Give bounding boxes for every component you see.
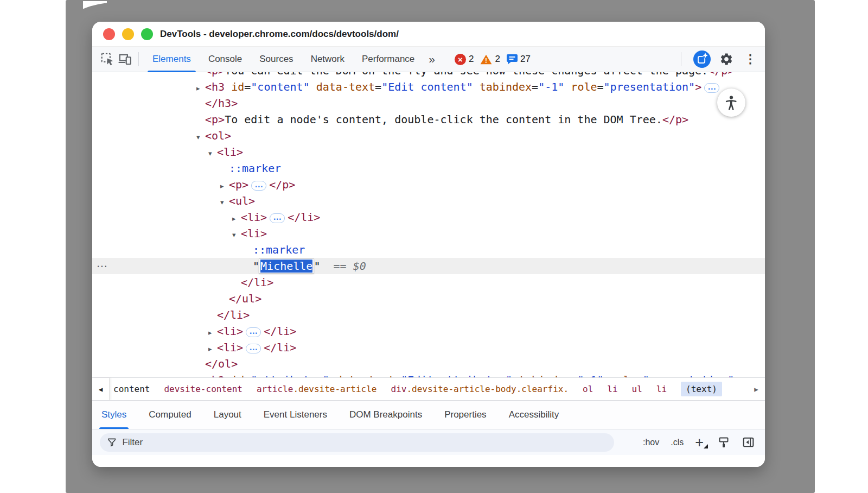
toolbar-divider bbox=[681, 52, 681, 66]
expand-arrow-icon[interactable]: ▸ bbox=[220, 178, 229, 194]
device-toolbar-icon bbox=[118, 52, 132, 66]
expand-arrow-icon[interactable]: ▸ bbox=[208, 325, 217, 341]
breadcrumb-item[interactable]: li bbox=[607, 384, 617, 394]
sidebar-tab-dom-breakpoints[interactable]: DOM Breakpoints bbox=[348, 401, 423, 429]
breadcrumb-item[interactable]: ol bbox=[583, 384, 593, 394]
dom-node-row[interactable]: </ul> bbox=[92, 290, 765, 307]
message-count: 27 bbox=[520, 54, 531, 65]
tab-network[interactable]: Network bbox=[302, 47, 353, 72]
dom-node-row[interactable]: ▸<li>…</li> bbox=[92, 209, 765, 225]
zoom-window-button[interactable] bbox=[141, 28, 153, 40]
dom-node-row[interactable]: </li> bbox=[92, 274, 765, 290]
kebab-menu-button[interactable]: ⋮ bbox=[742, 52, 758, 66]
device-toolbar-button[interactable] bbox=[116, 50, 133, 68]
breadcrumb-item[interactable]: ul bbox=[632, 384, 642, 394]
breadcrumb: contentdevsite-contentarticle.devsite-ar… bbox=[110, 382, 748, 396]
screenshot-stage: DevTools - developer.chrome.com/docs/dev… bbox=[0, 0, 868, 493]
messages-badge[interactable]: 27 bbox=[507, 54, 531, 65]
breadcrumb-bar: ◂ contentdevsite-contentarticle.devsite-… bbox=[92, 377, 765, 400]
console-badges: × 2 ! 2 bbox=[455, 54, 537, 65]
expand-arrow-icon[interactable]: ▸ bbox=[208, 341, 217, 357]
tab-sources[interactable]: Sources bbox=[251, 47, 302, 72]
expand-ellipsis-button[interactable]: … bbox=[251, 181, 266, 191]
sidebar-tab-accessibility[interactable]: Accessibility bbox=[508, 401, 560, 429]
sidebar-tab-event-listeners[interactable]: Event Listeners bbox=[263, 401, 328, 429]
warnings-badge[interactable]: ! 2 bbox=[480, 54, 500, 65]
dom-node-row[interactable]: ⋯"Michelle" == $0 bbox=[92, 258, 765, 274]
sidebar-tab-properties[interactable]: Properties bbox=[443, 401, 487, 429]
expand-arrow-icon[interactable]: ▸ bbox=[196, 80, 205, 97]
sidebar-tab-styles[interactable]: Styles bbox=[100, 401, 127, 429]
expand-ellipsis-button[interactable]: … bbox=[246, 344, 261, 353]
sidebar-tab-computed[interactable]: Computed bbox=[148, 401, 192, 429]
dom-node-row[interactable]: <p>You can edit the DOM on the fly and s… bbox=[92, 72, 765, 79]
sidebar-tab-layout[interactable]: Layout bbox=[213, 401, 242, 429]
inspect-element-button[interactable] bbox=[99, 50, 116, 68]
dom-node-row[interactable]: ▸<p>…</p> bbox=[92, 176, 765, 193]
toolbar-divider bbox=[138, 52, 139, 66]
minimize-window-button[interactable] bbox=[122, 28, 134, 40]
breadcrumb-item[interactable]: devsite-content bbox=[164, 384, 242, 394]
element-classes-button[interactable]: .cls bbox=[671, 438, 684, 447]
expand-arrow-icon[interactable]: ▾ bbox=[220, 194, 229, 211]
error-icon: × bbox=[455, 54, 466, 65]
new-style-rule-button[interactable]: + bbox=[695, 437, 704, 448]
expand-arrow-icon[interactable]: ▾ bbox=[196, 129, 205, 146]
warning-count: 2 bbox=[495, 54, 500, 65]
window-title: DevTools - developer.chrome.com/docs/dev… bbox=[160, 22, 399, 47]
expand-ellipsis-button[interactable]: … bbox=[270, 213, 285, 223]
dom-node-row[interactable]: </ol> bbox=[92, 356, 765, 372]
toggle-sidebar-icon[interactable] bbox=[742, 435, 755, 449]
close-window-button[interactable] bbox=[103, 28, 115, 40]
expand-ellipsis-button[interactable]: … bbox=[246, 327, 261, 337]
breadcrumb-scroll-left-button[interactable]: ◂ bbox=[92, 378, 110, 400]
more-tabs-button[interactable]: » bbox=[423, 53, 441, 66]
expand-arrow-icon[interactable]: ▾ bbox=[232, 227, 241, 243]
dom-node-row[interactable]: ▸<li>…</li> bbox=[92, 323, 765, 339]
dom-node-row[interactable]: </h3> bbox=[92, 95, 765, 111]
accessibility-overlay-button[interactable] bbox=[717, 89, 745, 117]
tab-elements[interactable]: Elements bbox=[144, 47, 200, 72]
dom-node-row[interactable]: <p>To edit a node's content, double-clic… bbox=[92, 111, 765, 128]
dom-node-row[interactable]: ▾<li> bbox=[92, 225, 765, 242]
expand-arrow-icon[interactable]: ▸ bbox=[196, 374, 205, 377]
dom-node-row[interactable]: ▾<li> bbox=[92, 144, 765, 160]
tab-console[interactable]: Console bbox=[200, 47, 251, 72]
breadcrumb-item[interactable]: div.devsite-article-body.clearfix. bbox=[391, 384, 569, 394]
ai-assistance-button[interactable] bbox=[693, 50, 711, 68]
expand-arrow-icon[interactable]: ▾ bbox=[208, 146, 217, 162]
filter-funnel-icon bbox=[107, 437, 117, 447]
dom-node-row[interactable]: ::marker bbox=[92, 242, 765, 258]
background-panel: DevTools - developer.chrome.com/docs/dev… bbox=[66, 0, 815, 493]
dom-node-row[interactable]: </li> bbox=[92, 307, 765, 323]
rendering-brush-icon[interactable] bbox=[717, 436, 730, 449]
dom-node-row[interactable]: ▸<li>…</li> bbox=[92, 339, 765, 356]
expand-arrow-icon[interactable]: ▸ bbox=[232, 211, 241, 227]
dom-node-row[interactable]: ▸<h3 id="attributes" data-text="Edit att… bbox=[92, 372, 765, 377]
dom-node-row[interactable]: ▾<ol> bbox=[92, 128, 765, 144]
inline-text-editor[interactable]: Michelle bbox=[259, 259, 314, 273]
expand-ellipsis-button[interactable]: … bbox=[704, 83, 719, 93]
tab-performance[interactable]: Performance bbox=[353, 47, 423, 72]
breadcrumb-item[interactable]: content bbox=[113, 384, 150, 394]
ai-assistance-icon bbox=[693, 50, 711, 68]
devtools-window: DevTools - developer.chrome.com/docs/dev… bbox=[92, 22, 765, 467]
breadcrumb-item[interactable]: li bbox=[656, 384, 667, 394]
breadcrumb-item[interactable]: article.devsite-article bbox=[257, 384, 377, 394]
breadcrumb-scroll-right-button[interactable]: ▸ bbox=[748, 378, 765, 400]
window-titlebar: DevTools - developer.chrome.com/docs/dev… bbox=[92, 22, 765, 47]
toolbar-right-tools: ⋮ bbox=[676, 50, 758, 68]
dom-node-row[interactable]: ▾<ul> bbox=[92, 193, 765, 209]
error-count: 2 bbox=[469, 54, 474, 65]
inspect-cursor-icon bbox=[100, 52, 114, 66]
dom-node-row[interactable]: ▸<h3 id="content" data-text="Edit conten… bbox=[92, 79, 765, 95]
dom-node-row[interactable]: ::marker bbox=[92, 160, 765, 176]
filter-input-container bbox=[100, 433, 614, 452]
breadcrumb-item[interactable]: (text) bbox=[681, 382, 722, 396]
node-menu-icon[interactable]: ⋯ bbox=[97, 258, 106, 274]
errors-badge[interactable]: × 2 bbox=[455, 54, 474, 65]
settings-button[interactable] bbox=[718, 50, 735, 68]
svg-text:!: ! bbox=[485, 57, 487, 65]
toggle-element-state-button[interactable]: :hov bbox=[643, 438, 659, 447]
styles-filter-input[interactable] bbox=[122, 437, 607, 448]
